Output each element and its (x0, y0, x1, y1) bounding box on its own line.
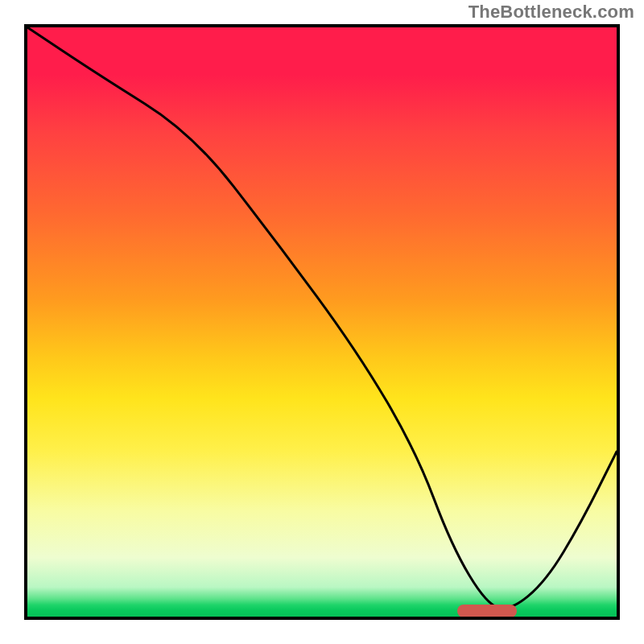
optimal-marker (457, 605, 516, 617)
bottleneck-curve (27, 27, 617, 617)
plot-frame (24, 24, 620, 620)
chart-stage: TheBottleneck.com (0, 0, 644, 644)
watermark-label: TheBottleneck.com (469, 2, 634, 23)
bottleneck-curve-path (27, 27, 617, 609)
